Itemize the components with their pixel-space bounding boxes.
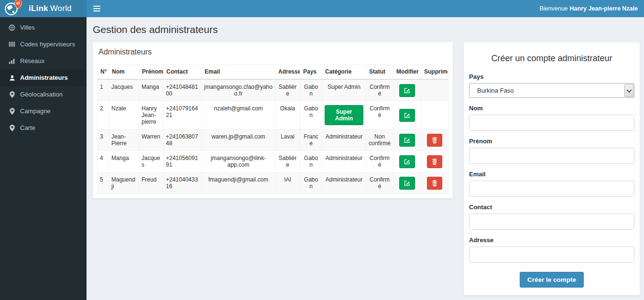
sidebar-item-label: Réseaux xyxy=(20,57,44,64)
prenom-label: Prénom xyxy=(469,138,634,145)
col-prenom: Prénom xyxy=(139,64,164,80)
welcome-text: Bienvenue xyxy=(539,5,568,12)
edit-pencil-icon xyxy=(404,181,410,188)
nom-field[interactable] xyxy=(469,115,634,131)
pays-label: Pays xyxy=(469,73,634,80)
trash-icon xyxy=(432,138,437,145)
globe-pin-logo: $ xyxy=(4,0,23,18)
user-icon xyxy=(8,75,16,81)
sidebar-item-label: Campagne xyxy=(20,107,51,115)
create-account-button[interactable]: Créer le compte xyxy=(520,272,584,288)
sidebar-item-label: Géolocalisation xyxy=(20,91,63,98)
delete-button[interactable] xyxy=(427,155,442,168)
user-name: Hanry Jean-pierre Nzale xyxy=(570,5,638,12)
map-marker-icon xyxy=(8,125,16,131)
country-select-wrap: Burkina Faso xyxy=(469,83,634,98)
globe-icon xyxy=(8,24,16,31)
form-title: Créer un compte administrateur xyxy=(469,54,634,64)
adresse-field[interactable] xyxy=(469,246,634,263)
barcode-icon xyxy=(8,41,16,48)
page-title: Gestion des administrateurs xyxy=(87,17,644,42)
sidebar-item-villes[interactable]: Villes xyxy=(0,19,87,36)
hamburger-icon xyxy=(93,6,100,7)
edit-button[interactable] xyxy=(399,134,415,147)
edit-button[interactable] xyxy=(399,177,415,190)
trash-icon xyxy=(432,181,437,188)
create-admin-panel: Créer un compte administrateur Pays Burk… xyxy=(463,42,640,296)
edit-button[interactable] xyxy=(399,155,415,168)
col-num: N° xyxy=(98,64,109,80)
sidebar-item-codes-hyperviseurs[interactable]: Codes hyperviseurs xyxy=(0,36,87,53)
table-row: 2 Nzale Hanry Jean-pierre +24107916421 n… xyxy=(98,101,448,129)
col-modifier: Modifier xyxy=(393,64,421,80)
col-categorie: Catégorie xyxy=(322,64,366,80)
bar-chart-icon xyxy=(8,58,16,64)
sidebar-item-carte[interactable]: Carte xyxy=(0,119,87,136)
sidebar-toggle-button[interactable] xyxy=(87,0,107,17)
administrators-panel: Administrateurs N° Nom Prénom Contact xyxy=(92,42,453,199)
sidebar-item-geolocalisation[interactable]: Géolocalisation xyxy=(0,86,87,103)
col-supprimer: Supprimer xyxy=(421,64,448,80)
sidebar-nav: Villes Codes hyperviseurs Réseaux Admini… xyxy=(0,17,87,300)
table-row: 5 Maguendji Freud +24104043316 fmaguendj… xyxy=(98,172,448,194)
sidebar-item-label: Carte xyxy=(20,124,35,131)
edit-button[interactable] xyxy=(399,109,415,122)
sidebar-item-label: Codes hyperviseurs xyxy=(20,41,75,48)
edit-button[interactable] xyxy=(399,84,415,97)
table-header-row: N° Nom Prénom Contact Email Adresse Pays… xyxy=(98,64,448,80)
table-row: 1 Jacques Manga +24104848100 jmangansong… xyxy=(98,79,448,101)
col-contact: Contact xyxy=(164,64,202,80)
table-row: 4 Manga Jacques +24105609191 jmangansong… xyxy=(98,151,448,172)
map-marker-icon xyxy=(8,108,16,115)
contact-field[interactable] xyxy=(469,214,634,230)
edit-pencil-icon xyxy=(404,159,410,166)
sidebar-item-label: Administrateurs xyxy=(20,74,68,81)
sidebar-item-reseaux[interactable]: Réseaux xyxy=(0,53,87,69)
col-statut: Statut xyxy=(366,64,393,80)
prenom-field[interactable] xyxy=(469,148,634,164)
panel-title: Administrateurs xyxy=(97,47,448,56)
sidebar-item-administrateurs[interactable]: Administrateurs xyxy=(0,69,87,86)
administrators-table: N° Nom Prénom Contact Email Adresse Pays… xyxy=(97,64,448,194)
delete-button[interactable] xyxy=(427,134,442,147)
top-navbar: BienvenueHanry Jean-pierre Nzale xyxy=(87,0,644,17)
table-row: 3 Jean-Pierre Warren +24106380748 waren.… xyxy=(98,129,448,151)
edit-pencil-icon xyxy=(404,138,410,145)
contact-label: Contact xyxy=(469,204,634,211)
edit-pencil-icon xyxy=(404,113,410,120)
sidebar-item-campagne[interactable]: Campagne xyxy=(0,103,87,119)
map-marker-icon xyxy=(8,91,16,98)
col-adresse: Adresse xyxy=(275,64,300,80)
app-title: iLinkWorld xyxy=(29,4,72,13)
email-field[interactable] xyxy=(469,181,634,197)
sidebar-item-label: Villes xyxy=(20,24,35,31)
app-window: $ iLinkWorld BienvenueHanry Jean-pierre … xyxy=(0,0,644,300)
trash-icon xyxy=(432,159,437,166)
super-admin-badge-button[interactable]: Super Admin xyxy=(325,105,363,125)
svg-text:$: $ xyxy=(17,1,19,5)
edit-pencil-icon xyxy=(404,88,410,95)
col-nom: Nom xyxy=(109,64,139,80)
delete-button[interactable] xyxy=(427,177,442,190)
brand-header[interactable]: $ iLinkWorld xyxy=(0,0,87,17)
user-menu[interactable]: BienvenueHanry Jean-pierre Nzale xyxy=(539,5,638,12)
nom-label: Nom xyxy=(469,105,634,112)
col-pays: Pays xyxy=(300,64,322,80)
main-content: Gestion des administrateurs Administrate… xyxy=(87,17,644,300)
email-label: Email xyxy=(469,171,634,178)
col-email: Email xyxy=(202,64,275,80)
adresse-label: Adresse xyxy=(469,236,634,244)
country-select[interactable]: Burkina Faso xyxy=(469,83,634,98)
